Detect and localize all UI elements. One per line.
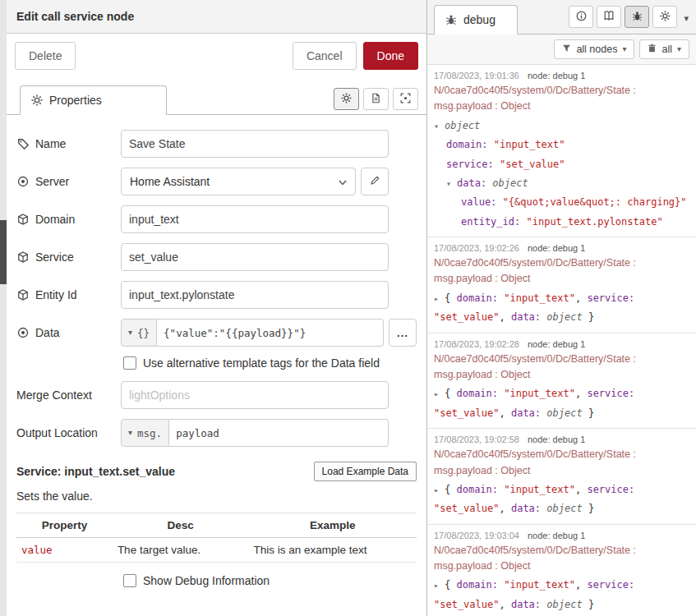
domain-label: Domain: [16, 213, 121, 226]
message-topic: N/0cae7d0c40f5/system/0/Dc/Battery/State…: [434, 255, 689, 287]
service-row: Service: [16, 243, 417, 271]
message-node: node: debug 1: [528, 531, 585, 540]
info-tab-button[interactable]: [569, 6, 593, 28]
filter-nodes-button[interactable]: all nodes ▾: [554, 39, 634, 59]
tag-icon: [16, 138, 29, 149]
debug-sidebar: debug ▾ all nodes: [427, 0, 696, 616]
message-type-link[interactable]: Object: [500, 369, 530, 380]
collapse-caret-icon[interactable]: ▾: [446, 176, 457, 192]
alt-tags-row: Use alternative template tags for the Da…: [123, 356, 417, 370]
server-label-text: Server: [35, 175, 69, 188]
message-type-link[interactable]: Object: [500, 560, 530, 572]
entry-key: data:: [457, 177, 492, 189]
done-button[interactable]: Done: [363, 42, 418, 70]
entry-value: "{&quot;value&quot;: charging}": [503, 196, 687, 208]
object-type-label: object: [492, 177, 528, 189]
entity-row: Entity Id: [16, 281, 417, 309]
alt-tags-label: Use alternative template tags for the Da…: [143, 356, 380, 370]
output-location-input[interactable]: [169, 419, 389, 447]
data-expand-button[interactable]: ...: [389, 319, 417, 347]
info-icon: [576, 11, 587, 24]
filter-nodes-label: all nodes: [576, 44, 617, 55]
collapse-caret-icon[interactable]: ▾: [434, 118, 445, 135]
dot-circle-icon: [16, 176, 29, 187]
message-timestamp: 17/08/2023, 19:01:36: [434, 71, 519, 80]
expand-caret-icon[interactable]: ▸: [434, 577, 445, 594]
caret-down-icon: ▾: [128, 429, 132, 437]
data-input[interactable]: [157, 319, 384, 347]
message-topic: N/0cae7d0c40f5/system/0/Dc/Battery/State…: [434, 83, 689, 115]
bug-icon: [632, 11, 643, 24]
message-type-link[interactable]: Object: [500, 100, 530, 112]
help-tab-button[interactable]: [597, 6, 621, 28]
merge-context-label: Merge Context: [16, 388, 121, 402]
output-typedinput: ▾ msg.: [121, 419, 389, 447]
show-debug-row: Show Debug Information: [123, 574, 417, 587]
node-appearance-button[interactable]: [393, 88, 418, 110]
entity-id-input[interactable]: [121, 281, 389, 309]
tab-properties-label: Properties: [49, 94, 102, 107]
message-timestamp: 17/08/2023, 19:02:58: [434, 434, 519, 444]
merge-context-input[interactable]: [121, 381, 389, 409]
cube-icon: [16, 214, 29, 225]
expand-caret-icon[interactable]: ▸: [434, 482, 445, 499]
delete-button[interactable]: Delete: [15, 42, 76, 70]
funnel-icon: [562, 44, 571, 55]
edit-server-button[interactable]: [361, 168, 389, 195]
service-input[interactable]: [121, 243, 389, 271]
workspace-edge: [0, 0, 7, 616]
debug-message[interactable]: 17/08/2023, 19:02:58node: debug 1N/0cae7…: [427, 429, 696, 525]
expand-caret-icon[interactable]: ▸: [434, 291, 445, 307]
load-example-button[interactable]: Load Example Data: [314, 462, 417, 481]
name-input[interactable]: [121, 130, 389, 158]
message-type-link[interactable]: Object: [500, 273, 530, 284]
server-select[interactable]: Home Assistant: [121, 168, 356, 195]
data-row: Data ▾ {} ...: [16, 319, 417, 347]
cancel-button[interactable]: Cancel: [293, 42, 357, 70]
collapsed-object-line: ▸{ domain: "input_text", service: "set_v…: [434, 480, 689, 519]
appearance-icon: [400, 93, 411, 106]
name-label: Name: [16, 137, 121, 150]
node-description-button[interactable]: [363, 88, 389, 110]
alt-tags-checkbox[interactable]: [123, 356, 136, 370]
message-topic: N/0cae7d0c40f5/system/0/Dc/Battery/State…: [434, 447, 689, 479]
output-type-button[interactable]: ▾ msg.: [121, 419, 169, 447]
tab-debug[interactable]: debug: [434, 5, 518, 34]
message-timestamp: 17/08/2023, 19:03:04: [434, 531, 519, 540]
show-debug-checkbox[interactable]: [123, 574, 136, 587]
config-nodes-tab-button[interactable]: [652, 6, 677, 28]
debug-message[interactable]: 17/08/2023, 19:02:28node: debug 1N/0cae7…: [427, 333, 696, 430]
server-selected-value: Home Assistant: [130, 175, 210, 188]
message-type-link[interactable]: Object: [500, 465, 530, 476]
debug-message[interactable]: 17/08/2023, 19:01:36node: debug 1N/0cae7…: [427, 65, 696, 237]
debug-message[interactable]: 17/08/2023, 19:02:26node: debug 1N/0cae7…: [427, 237, 696, 333]
tab-properties[interactable]: Properties: [20, 85, 167, 115]
debug-message[interactable]: 17/08/2023, 19:03:04node: debug 1N/0cae7…: [427, 525, 696, 616]
trash-icon: [648, 44, 657, 55]
debug-tab-button[interactable]: [625, 6, 649, 28]
object-root-line: ▾object: [434, 117, 689, 136]
object-entry: service: "set_value": [434, 155, 689, 174]
node-properties-button[interactable]: [334, 88, 359, 110]
dialog-tab-bar: Properties: [7, 81, 426, 115]
object-entry: domain: "input_text": [434, 136, 689, 154]
message-path-text: N/0cae7d0c40f5/system/0/Dc/Battery/State…: [434, 545, 636, 572]
sidebar-tab-buttons: [569, 6, 677, 28]
sidebar-menu-chevron-icon[interactable]: ▾: [684, 13, 689, 24]
message-meta: 17/08/2023, 19:02:26node: debug 1: [434, 243, 689, 253]
expand-caret-icon[interactable]: ▸: [434, 386, 445, 402]
message-path-text: N/0cae7d0c40f5/system/0/Dc/Battery/State…: [434, 353, 636, 380]
message-node: node: debug 1: [528, 71, 585, 80]
merge-context-row: Merge Context: [16, 381, 417, 409]
object-entry: entity_id: "input_text.pylonstate": [434, 213, 689, 232]
sidebar-tab-bar: debug ▾: [427, 0, 696, 34]
gear-icon: [30, 94, 43, 106]
domain-row: Domain: [16, 205, 417, 233]
data-label: Data: [16, 326, 121, 339]
domain-input[interactable]: [121, 205, 389, 233]
merge-context-label-text: Merge Context: [16, 388, 92, 402]
data-type-button[interactable]: ▾ {}: [121, 319, 157, 347]
example-cell: This is an example text: [248, 538, 417, 563]
message-meta: 17/08/2023, 19:01:36node: debug 1: [434, 71, 689, 80]
clear-messages-button[interactable]: all ▾: [639, 39, 689, 59]
